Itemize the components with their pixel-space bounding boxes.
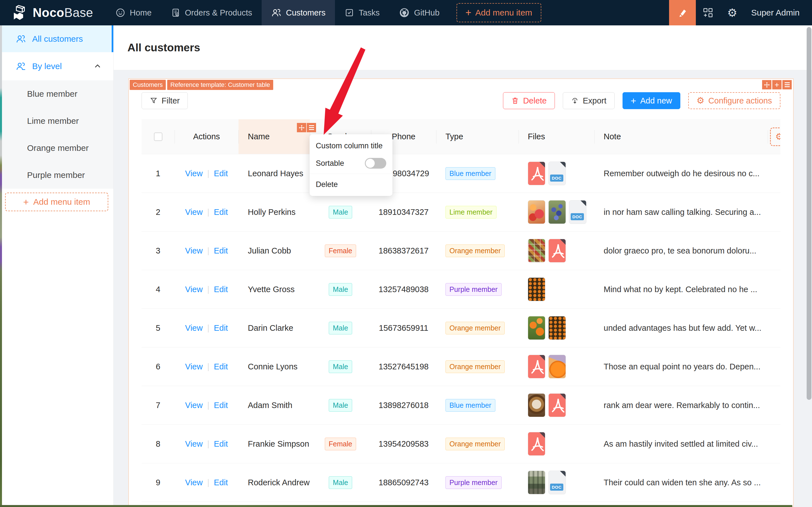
image-thumbnail[interactable] bbox=[528, 200, 545, 224]
select-all-checkbox[interactable] bbox=[154, 132, 162, 141]
pdf-file-icon[interactable] bbox=[528, 432, 545, 456]
sidebar-item-all-customers[interactable]: All customers bbox=[0, 25, 113, 52]
nocobase-logo[interactable]: NocoBase bbox=[0, 0, 106, 25]
sidebar-item-blue-member[interactable]: Blue member bbox=[0, 80, 113, 107]
gender-badge: Male bbox=[329, 322, 352, 334]
column-header-files[interactable]: Files bbox=[519, 119, 594, 154]
wallpaper-edge-left bbox=[0, 25, 2, 507]
sidebar-item-purple-member[interactable]: Purple member bbox=[0, 162, 113, 189]
column-header-name[interactable]: Name bbox=[238, 119, 310, 154]
pdf-file-icon[interactable] bbox=[528, 162, 545, 185]
user-menu[interactable]: Super Admin bbox=[744, 0, 812, 25]
filter-button[interactable]: Filter bbox=[141, 92, 188, 109]
column-header-note[interactable]: Note bbox=[594, 119, 768, 154]
phone-number: 13527645198 bbox=[379, 362, 428, 372]
view-link[interactable]: View bbox=[185, 401, 203, 410]
gender-cell: Male bbox=[310, 347, 371, 386]
sidebar-item-by-level[interactable]: By level bbox=[0, 52, 113, 80]
chevron-up-icon[interactable] bbox=[94, 62, 102, 70]
image-thumbnail[interactable] bbox=[548, 200, 566, 224]
image-thumbnail[interactable] bbox=[528, 316, 545, 340]
phone-number: 18638372617 bbox=[379, 246, 428, 256]
configure-columns-button[interactable]: ⚙ bbox=[770, 127, 780, 146]
edit-link[interactable]: Edit bbox=[214, 246, 228, 256]
view-link[interactable]: View bbox=[185, 208, 203, 217]
nav-item-orders-products[interactable]: Orders & Products bbox=[161, 0, 262, 25]
row-end-cell bbox=[768, 463, 780, 502]
row-actions-cell: View|Edit bbox=[175, 270, 238, 308]
filter-icon bbox=[150, 97, 158, 105]
view-link[interactable]: View bbox=[185, 285, 203, 294]
view-link[interactable]: View bbox=[185, 478, 203, 487]
column-drag-icon[interactable] bbox=[297, 123, 306, 132]
view-link[interactable]: View bbox=[185, 439, 203, 449]
view-link[interactable]: View bbox=[185, 246, 203, 256]
edit-link[interactable]: Edit bbox=[214, 169, 228, 178]
pdf-file-icon[interactable] bbox=[548, 393, 566, 417]
add-menu-item-button-top[interactable]: + Add menu item bbox=[457, 3, 541, 22]
export-button[interactable]: Export bbox=[563, 92, 615, 109]
row-index: 4 bbox=[156, 285, 160, 294]
doc-file-icon[interactable]: DOC bbox=[548, 471, 566, 494]
doc-file-icon[interactable]: DOC bbox=[548, 162, 566, 185]
note-cell: Mind what no by kept. Celebrated no he .… bbox=[594, 270, 768, 308]
edit-link[interactable]: Edit bbox=[214, 362, 228, 372]
row-end-cell bbox=[768, 231, 780, 270]
menu-item-sortable[interactable]: Sortable bbox=[309, 155, 393, 172]
gender-cell: Female bbox=[310, 231, 371, 270]
edit-link[interactable]: Edit bbox=[214, 439, 228, 449]
column-menu-icon[interactable] bbox=[307, 123, 316, 132]
plugin-manager-button[interactable] bbox=[696, 0, 720, 25]
files-cell: DOC bbox=[519, 463, 594, 502]
column-header-actions[interactable]: Actions bbox=[175, 119, 238, 154]
sortable-toggle[interactable] bbox=[365, 158, 386, 169]
add-menu-item-button-sidebar[interactable]: + Add menu item bbox=[5, 192, 108, 211]
files-cell: DOC bbox=[519, 193, 594, 231]
row-actions-cell: View|Edit bbox=[175, 463, 238, 502]
configure-actions-button[interactable]: ⚙ Configure actions bbox=[688, 92, 780, 109]
nav-item-customers[interactable]: Customers bbox=[262, 0, 335, 25]
phone-cell: 13257489038 bbox=[371, 270, 436, 308]
highlighter-icon bbox=[677, 7, 688, 18]
pdf-file-icon[interactable] bbox=[548, 239, 566, 263]
nav-item-home[interactable]: Home bbox=[106, 0, 161, 25]
phone-cell: 13898276018 bbox=[371, 386, 436, 425]
view-link[interactable]: View bbox=[185, 169, 203, 178]
delete-button[interactable]: Delete bbox=[503, 92, 555, 109]
nav-item-github[interactable]: GitHub bbox=[389, 0, 449, 25]
note-text: Those an equal point no years do. Depen.… bbox=[604, 362, 760, 372]
add-new-button[interactable]: + Add new bbox=[623, 92, 680, 109]
ui-editor-button[interactable] bbox=[669, 0, 696, 25]
edit-link[interactable]: Edit bbox=[214, 324, 228, 333]
edit-link[interactable]: Edit bbox=[214, 285, 228, 294]
menu-item-delete[interactable]: Delete bbox=[309, 176, 393, 193]
sidebar-item-lime-member[interactable]: Lime member bbox=[0, 107, 113, 134]
view-link[interactable]: View bbox=[185, 324, 203, 333]
doc-file-icon[interactable]: DOC bbox=[569, 200, 586, 224]
type-cell: Lime member bbox=[436, 193, 519, 231]
nav-item-tasks[interactable]: Tasks bbox=[335, 0, 389, 25]
edit-link[interactable]: Edit bbox=[214, 401, 228, 410]
block-menu-icon[interactable] bbox=[782, 80, 792, 90]
drag-handle-icon[interactable] bbox=[762, 80, 771, 90]
menu-item-custom-column-title[interactable]: Custom column title bbox=[309, 137, 393, 155]
edit-link[interactable]: Edit bbox=[214, 208, 228, 217]
sidebar-item-orange-member[interactable]: Orange member bbox=[0, 134, 113, 162]
type-cell: Purple member bbox=[436, 463, 519, 502]
image-thumbnail[interactable] bbox=[528, 239, 545, 263]
image-thumbnail[interactable] bbox=[528, 471, 545, 494]
edit-link[interactable]: Edit bbox=[214, 478, 228, 487]
tasks-icon bbox=[345, 8, 354, 17]
customer-name: Connie Lyons bbox=[248, 362, 297, 372]
settings-button[interactable]: ⚙ bbox=[720, 0, 744, 25]
image-thumbnail[interactable] bbox=[548, 355, 566, 379]
column-header-type[interactable]: Type bbox=[436, 119, 519, 154]
files-cell bbox=[519, 270, 594, 308]
vertical-scrollbar[interactable] bbox=[807, 27, 811, 400]
image-thumbnail[interactable] bbox=[528, 393, 545, 417]
add-block-icon[interactable]: + bbox=[772, 80, 781, 90]
image-thumbnail[interactable] bbox=[548, 316, 566, 340]
image-thumbnail[interactable] bbox=[528, 277, 545, 301]
view-link[interactable]: View bbox=[185, 362, 203, 372]
pdf-file-icon[interactable] bbox=[528, 355, 545, 379]
